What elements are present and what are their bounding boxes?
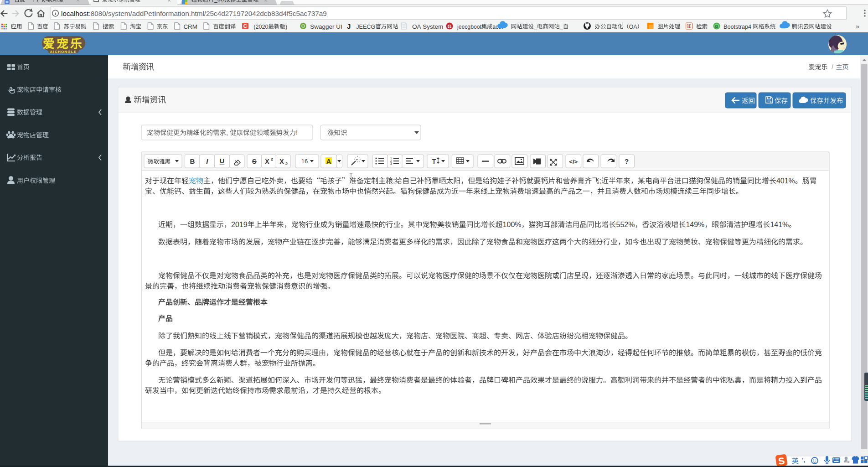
svg-text:552%: 552% — [616, 221, 635, 228]
svg-text:141%: 141% — [770, 221, 789, 228]
svg-text::8080/system/addPetInformation: :8080/system/addPetInformation.html/25c4… — [88, 10, 326, 17]
svg-text:Bootstrap4: Bootstrap4 — [723, 24, 751, 30]
svg-text:JEECG: JEECG — [356, 24, 375, 30]
svg-text:2019: 2019 — [231, 221, 248, 228]
svg-text:_: _ — [559, 24, 563, 30]
svg-text:B: B — [190, 157, 195, 165]
svg-text:localhost: localhost — [61, 10, 89, 17]
svg-text:Swagger UI: Swagger UI — [310, 23, 342, 30]
svg-text:_5G: _5G — [214, 0, 225, 3]
svg-text:?: ? — [625, 157, 629, 165]
svg-text:</>: </> — [569, 158, 578, 165]
svg-text:T: T — [432, 158, 436, 165]
svg-text:B: B — [715, 24, 718, 29]
svg-text:AICHONGLE: AICHONGLE — [50, 50, 77, 54]
svg-text:jeecgboot: jeecgboot — [457, 24, 482, 30]
svg-text:2: 2 — [271, 157, 273, 161]
svg-text:3: 3 — [390, 162, 392, 165]
svg-text:/: / — [832, 63, 833, 71]
svg-text:S: S — [252, 157, 257, 165]
svg-text:’,: ’, — [802, 457, 805, 463]
svg-text:OA System: OA System — [412, 23, 443, 30]
svg-text:;: ; — [599, 177, 601, 185]
svg-text:_: _ — [533, 24, 537, 30]
svg-text:(2020: (2020 — [253, 24, 268, 30]
svg-text:G: G — [448, 24, 452, 29]
svg-text:16: 16 — [301, 158, 308, 165]
svg-text:2: 2 — [285, 161, 288, 166]
svg-text:100%: 100% — [503, 221, 522, 228]
svg-text:A: A — [326, 158, 331, 165]
svg-text:;: ; — [393, 177, 395, 185]
svg-text:X: X — [265, 158, 269, 165]
svg-text:401%: 401% — [776, 177, 795, 185]
svg-text:X: X — [279, 158, 284, 165]
svg-text:149%: 149% — [686, 221, 704, 228]
svg-text:U: U — [220, 157, 224, 165]
svg-text:C: C — [243, 23, 247, 29]
svg-text:J: J — [347, 22, 351, 30]
svg-text:OA: OA — [629, 24, 638, 30]
svg-text:!: ! — [296, 129, 298, 136]
svg-text:CRM: CRM — [183, 23, 197, 30]
svg-text:): ) — [285, 24, 287, 30]
svg-text:»: » — [856, 22, 859, 30]
svg-text:,: , — [226, 129, 228, 136]
